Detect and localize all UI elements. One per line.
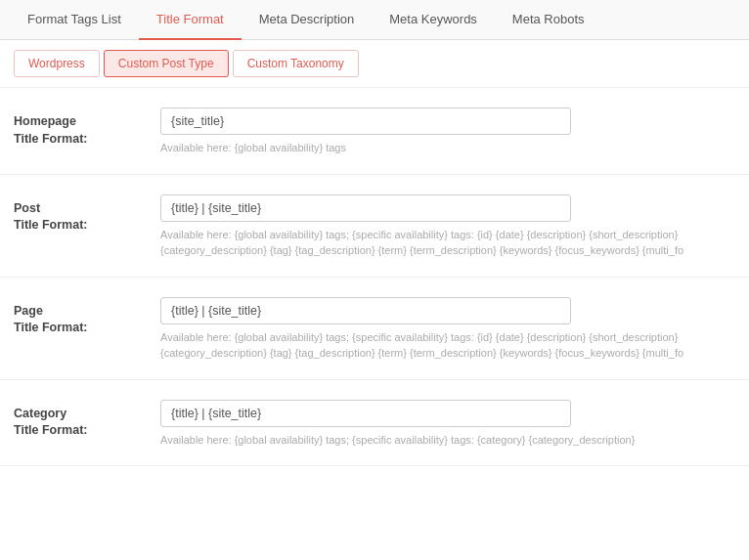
field-wrap-post: Available here: {global availability} ta… <box>160 194 735 259</box>
field-wrap-homepage: Available here: {global availability} ta… <box>160 108 735 156</box>
top-tab-meta-robots[interactable]: Meta Robots <box>495 0 602 40</box>
help-post: Available here: {global availability} ta… <box>160 227 708 259</box>
form-row-page: PageTitle Format:Available here: {global… <box>0 278 749 380</box>
label-homepage: HomepageTitle Format: <box>14 108 141 148</box>
top-tab-nav: Format Tags ListTitle FormatMeta Descrip… <box>0 0 749 40</box>
label-post: PostTitle Format: <box>14 194 141 235</box>
input-homepage[interactable] <box>160 108 571 135</box>
input-page[interactable] <box>160 297 571 324</box>
sub-tab-nav: WordpressCustom Post TypeCustom Taxonomy <box>0 40 749 88</box>
label-page: PageTitle Format: <box>14 297 141 337</box>
form-row-category: CategoryTitle Format:Available here: {gl… <box>0 380 749 467</box>
top-tab-title-format[interactable]: Title Format <box>139 0 242 40</box>
form-row-post: PostTitle Format:Available here: {global… <box>0 175 749 278</box>
sub-tab-wordpress[interactable]: Wordpress <box>14 50 100 77</box>
field-wrap-page: Available here: {global availability} ta… <box>160 297 735 362</box>
top-tab-format-tags-list[interactable]: Format Tags List <box>10 0 139 40</box>
label-category: CategoryTitle Format: <box>14 400 141 440</box>
sub-tab-custom-post-type[interactable]: Custom Post Type <box>104 50 229 77</box>
content-area: HomepageTitle Format:Available here: {gl… <box>0 88 749 466</box>
top-tab-meta-description[interactable]: Meta Description <box>242 0 373 40</box>
sub-tab-custom-taxonomy[interactable]: Custom Taxonomy <box>233 50 359 77</box>
field-wrap-category: Available here: {global availability} ta… <box>160 400 735 449</box>
help-page: Available here: {global availability} ta… <box>160 329 708 362</box>
input-category[interactable] <box>160 400 571 427</box>
help-homepage: Available here: {global availability} ta… <box>160 140 708 156</box>
input-post[interactable] <box>160 194 571 222</box>
help-category: Available here: {global availability} ta… <box>160 432 708 449</box>
form-row-homepage: HomepageTitle Format:Available here: {gl… <box>0 88 749 175</box>
top-tab-meta-keywords[interactable]: Meta Keywords <box>372 0 495 40</box>
